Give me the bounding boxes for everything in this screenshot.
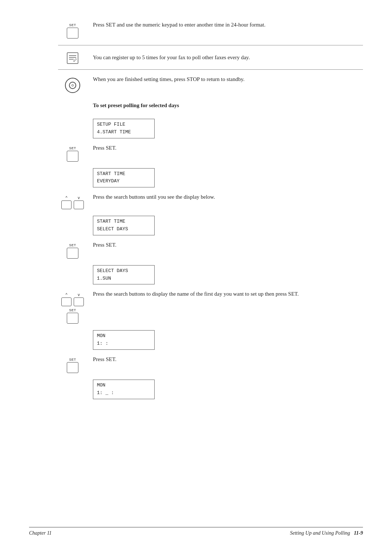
lcd3-line2: SELECT DAYS: [97, 226, 151, 233]
step1-text: Press SET and use the numeric keypad to …: [87, 22, 363, 28]
page-number: 11-9: [354, 530, 363, 536]
set-icon-col-2: SET: [58, 145, 87, 162]
section-heading: To set preset polling for selected days: [87, 102, 363, 109]
step5-row: ^ v SET Press the search buttons to disp…: [58, 291, 363, 324]
up-arrow-button: ^: [61, 195, 72, 209]
step2-row: SET Press SET.: [58, 145, 363, 162]
stop-circle-icon: [65, 78, 80, 93]
arrow-icon-col-1: ^ v: [58, 194, 87, 209]
lcd2-line1: START TIME: [97, 170, 151, 178]
heading-row: To set preset polling for selected days: [58, 100, 363, 112]
arrow-set-icon-col: ^ v SET: [58, 291, 87, 324]
lcd1-line1: SETUP FILE: [97, 121, 151, 129]
step2-text: Press SET.: [87, 145, 363, 151]
note1-text: You can register up to 5 times for your …: [87, 54, 363, 61]
lcd3-line1: START TIME: [97, 218, 151, 226]
lcd6-row: MON 1: _ :: [58, 377, 363, 402]
set-button-icon-4: SET: [67, 308, 78, 324]
lcd-display-6: MON 1: _ :: [93, 380, 155, 399]
step4-text: Press SET.: [87, 242, 363, 248]
pencil-icon: [66, 51, 79, 65]
set-button-icon: SET: [67, 23, 78, 39]
set-icon-col: SET: [58, 22, 87, 39]
lcd-display-1: SETUP FILE 4.START TIME: [93, 119, 155, 138]
down-arrow-button: v: [74, 195, 84, 209]
note-icon-col: [58, 50, 87, 65]
step6-text: Press SET.: [87, 356, 363, 362]
set-box: [67, 28, 78, 39]
down-arrow-button-2: v: [74, 292, 84, 306]
set-icon-col-5: SET: [58, 356, 87, 373]
step4-row: SET Press SET.: [58, 242, 363, 259]
svg-rect-0: [67, 53, 78, 64]
set-label: SET: [69, 23, 76, 27]
lcd-display-2: START TIME EVERYDAY: [93, 168, 155, 188]
step6-row: SET Press SET.: [58, 356, 363, 373]
lcd2-row: START TIME EVERYDAY: [58, 165, 363, 191]
lcd5-row: MON 1: :: [58, 327, 363, 353]
svg-marker-4: [74, 58, 77, 61]
lcd4-row: SELECT DAYS 1.SUN: [58, 262, 363, 288]
lcd4-line2: 1.SUN: [97, 275, 151, 283]
step3-row: ^ v Press the search buttons until you s…: [58, 194, 363, 209]
lcd2-line2: EVERYDAY: [97, 178, 151, 185]
lcd1-row: SETUP FILE 4.START TIME: [58, 116, 363, 141]
step-set-row: SET Press SET and use the numeric keypad…: [58, 22, 363, 39]
stop-row: When you are finished setting times, pre…: [58, 76, 363, 93]
lcd4-line1: SELECT DAYS: [97, 267, 151, 275]
set-button-icon-3: SET: [67, 243, 78, 259]
set-button-icon-2: SET: [67, 146, 78, 162]
lcd6-line2: 1: _ :: [97, 389, 151, 397]
set-icon-col-3: SET: [58, 242, 87, 259]
up-arrow-button-2: ^: [61, 292, 72, 306]
chapter-label: Chapter 11: [29, 530, 52, 536]
lcd-display-4: SELECT DAYS 1.SUN: [93, 265, 155, 285]
lcd5-line1: MON: [97, 332, 151, 340]
lcd1-line2: 4.START TIME: [97, 129, 151, 136]
page-footer: Chapter 11 Setting Up and Using Polling …: [29, 527, 363, 536]
step5-text: Press the search buttons to display the …: [87, 291, 363, 297]
lcd3-row: START TIME SELECT DAYS: [58, 213, 363, 238]
section-label: Setting Up and Using Polling 11-9: [290, 530, 363, 536]
set-button-icon-5: SET: [67, 358, 78, 373]
lcd5-line2: 1: :: [97, 340, 151, 348]
page: SET Press SET and use the numeric keypad…: [0, 0, 392, 555]
lcd-display-3: START TIME SELECT DAYS: [93, 216, 155, 235]
stop-text: When you are finished setting times, pre…: [87, 76, 363, 82]
stop-icon-col: [58, 76, 87, 93]
lcd6-line1: MON: [97, 382, 151, 389]
step3-text: Press the search buttons until you see t…: [87, 194, 363, 200]
lcd-display-5: MON 1: :: [93, 330, 155, 350]
